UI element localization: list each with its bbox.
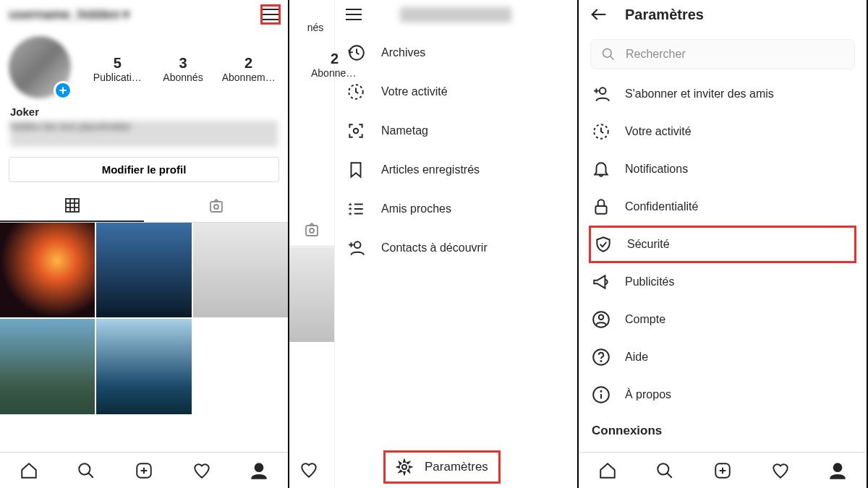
svg-point-14: [310, 228, 314, 233]
menu-item-nametag[interactable]: Nametag: [335, 111, 577, 150]
menu-item-settings[interactable]: Paramètres: [383, 450, 501, 484]
settings-label: S'abonner et inviter des amis: [625, 87, 774, 100]
back-arrow-icon[interactable]: [589, 4, 609, 25]
settings-item-privacy[interactable]: Confidentialité: [579, 188, 867, 226]
username: username_hidden: [400, 7, 511, 22]
heart-icon[interactable]: [192, 461, 211, 480]
svg-rect-35: [595, 206, 606, 214]
svg-point-6: [214, 205, 218, 209]
shield-check-icon: [594, 235, 613, 254]
stat-followers-count: 3: [153, 55, 214, 72]
menu-item-discover[interactable]: Contacts à découvrir: [335, 228, 577, 267]
tab-grid[interactable]: [0, 189, 144, 222]
bookmark-icon: [346, 160, 365, 179]
add-story-icon[interactable]: +: [54, 81, 72, 100]
settings-label: Confidentialité: [625, 200, 698, 213]
svg-line-44: [668, 473, 673, 478]
tagged-icon[interactable]: [303, 221, 320, 239]
tab-tagged[interactable]: [144, 189, 288, 222]
settings-item-follow-invite[interactable]: S'abonner et inviter des amis: [579, 75, 867, 113]
username[interactable]: username_hidden: [9, 7, 129, 22]
settings-header: Paramètres: [579, 0, 867, 29]
lock-icon: [592, 197, 610, 216]
stat-following[interactable]: 2 Abonnem…: [218, 55, 279, 83]
heart-icon[interactable]: [299, 461, 318, 479]
svg-line-30: [610, 56, 614, 60]
person-plus-icon: [346, 239, 365, 257]
profile-icon[interactable]: [828, 461, 847, 480]
svg-point-43: [658, 463, 669, 474]
gear-icon: [396, 458, 413, 476]
settings-label: Notifications: [625, 163, 688, 176]
edit-profile-button[interactable]: Modifier le profil: [9, 157, 279, 182]
settings-label: Publicités: [625, 275, 674, 288]
profile-icon[interactable]: [250, 461, 268, 480]
svg-point-27: [402, 465, 407, 469]
scan-icon: [346, 121, 365, 140]
bottom-nav: [579, 452, 867, 488]
photo-thumb[interactable]: [96, 223, 191, 317]
home-icon[interactable]: [20, 461, 38, 480]
photo-thumb[interactable]: [289, 247, 334, 342]
megaphone-icon: [592, 273, 610, 291]
svg-rect-5: [210, 202, 222, 212]
panel2-left-sliver: nés 2 Abonnem…: [289, 0, 334, 488]
hamburger-menu-icon[interactable]: [344, 4, 364, 25]
svg-point-12: [255, 463, 263, 471]
search-icon[interactable]: [655, 461, 674, 480]
settings-item-ads[interactable]: Publicités: [579, 263, 867, 301]
settings-item-activity[interactable]: Votre activité: [579, 113, 867, 150]
settings-label: À propos: [625, 388, 671, 401]
settings-item-notifications[interactable]: Notifications: [579, 150, 867, 188]
menu-item-archives[interactable]: Archives: [335, 33, 577, 72]
settings-item-security[interactable]: Sécurité: [589, 226, 856, 263]
menu-item-activity[interactable]: Votre activité: [335, 72, 577, 111]
stat-posts-count: 5: [87, 55, 148, 72]
search-placeholder: Rechercher: [626, 48, 686, 61]
svg-rect-0: [66, 199, 79, 212]
svg-line-8: [89, 473, 94, 478]
menu-list: Archives Votre activité Nametag Articles…: [335, 29, 577, 272]
svg-point-17: [354, 129, 359, 134]
stat-followers-label: Abonnés: [154, 72, 212, 83]
photo-thumb[interactable]: [0, 319, 95, 414]
menu-label: Contacts à découvrir: [381, 241, 488, 254]
tagged-icon: [208, 197, 225, 215]
stat-following-label: Abonnem…: [220, 72, 278, 83]
hamburger-menu-icon[interactable]: [260, 4, 281, 25]
settings-label: Compte: [625, 313, 665, 326]
search-icon[interactable]: [77, 461, 95, 480]
photo-thumb[interactable]: [193, 319, 288, 414]
settings-item-account[interactable]: Compte: [579, 301, 867, 338]
profile-tabs: [0, 189, 288, 223]
settings-item-about[interactable]: À propos: [579, 376, 867, 414]
home-icon[interactable]: [598, 461, 617, 480]
add-post-icon[interactable]: [713, 461, 732, 480]
avatar-container[interactable]: +: [9, 36, 74, 101]
settings-item-help[interactable]: Aide: [579, 338, 867, 376]
bio: Joker hidden bio text placeholder: [0, 106, 288, 154]
profile-header: username_hidden: [0, 0, 288, 29]
settings-label: Paramètres: [425, 460, 488, 474]
search-input[interactable]: Rechercher: [590, 39, 855, 69]
photo-thumb[interactable]: [96, 319, 191, 414]
activity-clock-icon: [346, 82, 365, 101]
stat-followers[interactable]: 3 Abonnés: [153, 55, 214, 83]
heart-icon[interactable]: [771, 461, 790, 480]
add-post-icon[interactable]: [135, 461, 153, 480]
profile-stats-row: + 5 Publicati… 3 Abonnés 2 Abonnem…: [0, 29, 288, 106]
grid-icon: [64, 197, 81, 214]
menu-item-saved[interactable]: Articles enregistrés: [335, 150, 577, 189]
person-plus-icon: [592, 85, 610, 103]
stat-posts[interactable]: 5 Publicati…: [87, 55, 148, 83]
photo-thumb[interactable]: [193, 223, 288, 317]
star-list-icon: ★★★: [346, 200, 365, 218]
settings-label: Votre activité: [625, 125, 692, 138]
search-icon: [601, 47, 616, 61]
svg-rect-13: [306, 226, 318, 236]
photo-thumb[interactable]: [0, 223, 95, 317]
menu-label: Archives: [381, 46, 425, 59]
svg-point-39: [600, 361, 601, 361]
settings-label: Aide: [625, 351, 648, 364]
menu-item-close-friends[interactable]: ★★★ Amis proches: [335, 189, 577, 228]
